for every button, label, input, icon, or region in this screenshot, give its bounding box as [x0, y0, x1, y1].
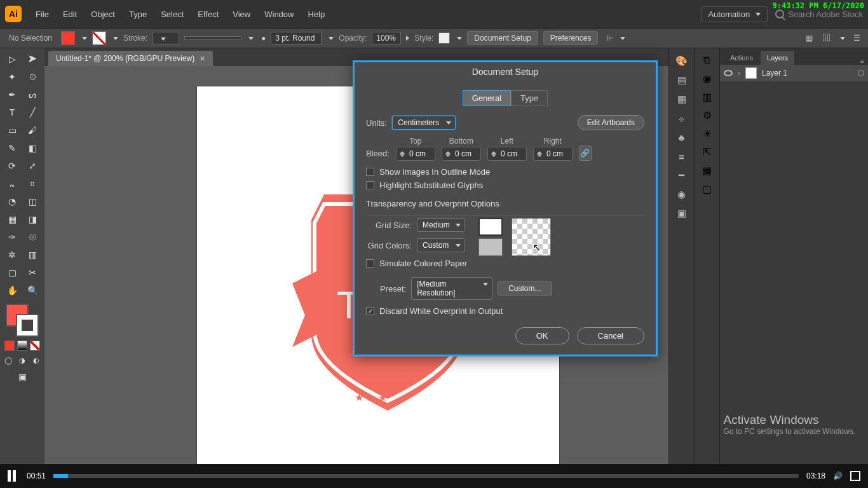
rect-tool[interactable]: ▭ [4, 123, 20, 137]
mesh-tool[interactable]: ▦ [4, 212, 20, 226]
selection-tool[interactable]: ▷ [4, 52, 20, 66]
color-mode-icon[interactable] [4, 341, 15, 351]
free-transform[interactable]: ⌗ [24, 177, 41, 191]
document-setup-button[interactable]: Document Setup [467, 31, 538, 45]
direct-select-tool[interactable]: ⮞ [24, 52, 41, 66]
panel-menu-icon[interactable]: ≡ [860, 57, 864, 65]
lasso-tool[interactable]: ꖴ [24, 70, 41, 84]
tab-type[interactable]: Type [511, 90, 548, 106]
layer-row[interactable]: › Layer 1 [720, 65, 868, 81]
brightness-icon[interactable]: ☀ [703, 128, 712, 140]
visibility-icon[interactable] [724, 70, 733, 76]
gradient-mode-icon[interactable] [17, 341, 27, 351]
chevron-down-icon[interactable] [620, 37, 625, 40]
slice-tool[interactable]: ✂ [24, 266, 41, 280]
panel-menu-icon[interactable]: ☰ [850, 33, 863, 43]
close-icon[interactable]: ✕ [200, 55, 205, 63]
eyedropper-tool[interactable]: ✑ [4, 230, 20, 244]
cc-libraries-icon[interactable]: ◉ [703, 72, 712, 85]
document-info-icon[interactable]: ▤ [675, 74, 689, 86]
scale-tool[interactable]: ⤢ [24, 159, 41, 173]
preset-select[interactable]: [Medium Resolution] [411, 277, 492, 300]
fullscreen-icon[interactable] [850, 471, 860, 481]
shaper-tool[interactable]: ✎ [4, 141, 20, 155]
eraser-tool[interactable]: ◧ [24, 141, 41, 155]
pathfinder-icon[interactable]: ▦ [702, 165, 712, 177]
chevron-down-icon[interactable] [248, 37, 254, 40]
style-swatch[interactable] [438, 32, 450, 44]
chevron-down-icon[interactable] [329, 37, 334, 40]
automation-dropdown[interactable]: Automation [701, 6, 768, 22]
zoom-tool[interactable]: 🔍 [24, 283, 41, 297]
bleed-bottom-input[interactable] [442, 147, 481, 161]
tab-actions[interactable]: Actions [724, 51, 759, 65]
volume-icon[interactable]: 🔊 [833, 471, 843, 480]
bleed-top-input[interactable] [396, 147, 435, 161]
bleed-link-icon[interactable]: 🔗 [579, 146, 592, 161]
blend-tool[interactable]: ⦾ [24, 230, 41, 244]
rotate-tool[interactable]: ⟳ [4, 159, 20, 173]
opacity-input[interactable]: 100% [372, 32, 401, 44]
symbol-spray-tool[interactable]: ✲ [4, 248, 20, 262]
progress-bar[interactable] [53, 474, 799, 478]
ok-button[interactable]: OK [515, 327, 569, 344]
var-width-profile[interactable] [184, 36, 241, 40]
graph-tool[interactable]: ▥ [24, 248, 41, 262]
pause-button[interactable] [8, 470, 19, 482]
document-tab[interactable]: Untitled-1* @ 200% (RGB/GPU Preview)✕ [48, 51, 213, 66]
discard-white-checkbox[interactable]: Discard White Overprint in Output [366, 306, 644, 316]
settings-panel-icon[interactable]: ⚙ [703, 109, 712, 121]
menu-effect[interactable]: Effect [191, 6, 225, 22]
expand-icon[interactable]: › [738, 69, 740, 78]
chevron-down-icon[interactable] [113, 37, 118, 40]
artboards-panel-icon[interactable]: ▢ [702, 183, 712, 195]
line-tool[interactable]: ╱ [24, 105, 41, 119]
cancel-button[interactable]: Cancel [577, 327, 644, 344]
highlight-glyphs-checkbox[interactable]: Highlight Substituted Glyphs [366, 180, 644, 190]
chevron-down-icon[interactable] [457, 37, 462, 40]
custom-preset-button[interactable]: Custom... [498, 281, 552, 295]
chevron-down-icon[interactable] [840, 37, 845, 40]
appearance-panel-icon[interactable]: ◉ [675, 188, 689, 201]
preferences-button[interactable]: Preferences [543, 31, 599, 45]
asset-export-icon[interactable]: ▥ [702, 91, 712, 103]
perspective-tool[interactable]: ◫ [24, 194, 41, 208]
grid-colors-select[interactable]: Custom [417, 238, 465, 252]
shape-builder-tool[interactable]: ◔ [4, 194, 20, 208]
pen-tool[interactable]: ✒ [4, 88, 20, 102]
menu-window[interactable]: Window [258, 6, 300, 22]
menu-select[interactable]: Select [154, 6, 190, 22]
curvature-tool[interactable]: ᔕ [24, 88, 41, 102]
export-panel-icon[interactable]: ⇱ [703, 146, 711, 158]
menu-help[interactable]: Help [301, 6, 331, 22]
chevron-down-icon[interactable] [82, 37, 87, 40]
stroke-panel-icon[interactable]: ━ [675, 169, 689, 182]
arrange-doc-icon[interactable]: ▦ [803, 33, 815, 43]
show-outline-checkbox[interactable]: Show Images In Outline Mode [366, 167, 644, 177]
symbols-panel-icon[interactable]: ♣ [675, 131, 689, 144]
width-tool[interactable]: ⩋ [4, 177, 20, 191]
stock-search[interactable]: Search Adobe Stock [775, 10, 863, 19]
hand-tool[interactable]: ✋ [4, 283, 20, 297]
tab-layers[interactable]: Layers [761, 51, 794, 65]
edit-artboards-button[interactable]: Edit Artboards [578, 115, 644, 130]
stroke-weight-input[interactable] [153, 32, 179, 44]
bleed-right-input[interactable] [533, 147, 573, 161]
type-tool[interactable]: T [4, 105, 20, 119]
brush-select[interactable]: 3 pt. Round [271, 32, 322, 44]
fill-stroke-control[interactable] [6, 304, 39, 337]
simulate-paper-checkbox[interactable]: Simulate Colored Paper [366, 259, 467, 268]
transform-panel-icon[interactable]: ⟐ [675, 112, 689, 125]
graphic-styles-icon[interactable]: ▣ [675, 207, 689, 220]
menu-object[interactable]: Object [85, 6, 121, 22]
arrange-doc2-icon[interactable]: ⿲ [820, 33, 833, 43]
align-icon[interactable]: ⊩ [607, 34, 613, 43]
gradient-tool[interactable]: ◨ [24, 212, 41, 226]
screen-mode-icon[interactable]: ▣ [14, 370, 31, 384]
magic-wand-tool[interactable]: ✦ [4, 70, 20, 84]
menu-file[interactable]: File [29, 6, 55, 22]
grid-size-select[interactable]: Medium [417, 218, 465, 232]
draw-behind-icon[interactable]: ◑ [17, 353, 28, 367]
none-mode-icon[interactable] [30, 341, 40, 351]
tab-general[interactable]: General [463, 90, 511, 106]
